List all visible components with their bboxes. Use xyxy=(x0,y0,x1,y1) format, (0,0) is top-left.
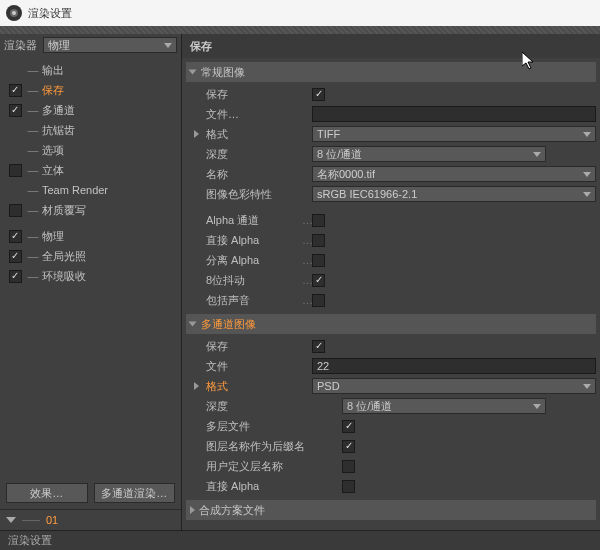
format2-dropdown[interactable]: PSD xyxy=(312,378,596,394)
field-file1: 文件… xyxy=(182,104,600,124)
depth2-dropdown[interactable]: 8 位/通道 xyxy=(342,398,546,414)
field-separate1: 分离 Alpha… xyxy=(182,250,600,270)
category-item[interactable]: —材质覆写 xyxy=(0,200,181,220)
triangle-right-icon[interactable] xyxy=(194,382,199,390)
chevron-down-icon xyxy=(164,43,172,48)
category-item[interactable]: —保存 xyxy=(0,80,181,100)
preset-name: 01 xyxy=(46,514,58,526)
category-label: 物理 xyxy=(42,229,64,244)
field-suffix2: 图层名称作为后缀名 xyxy=(182,436,600,456)
field-format2: 格式PSD xyxy=(182,376,600,396)
file2-input[interactable] xyxy=(312,358,596,374)
statusbar-text: 渲染设置 xyxy=(8,533,52,548)
field-depth2: 深度8 位/通道 xyxy=(182,396,600,416)
userlayer2-checkbox[interactable] xyxy=(342,460,355,473)
effects-button[interactable]: 效果… xyxy=(6,483,88,503)
field-icc1: 图像色彩特性sRGB IEC61966-2.1 xyxy=(182,184,600,204)
category-label: Team Render xyxy=(42,184,108,196)
field-dither1: 8位抖动… xyxy=(182,270,600,290)
triangle-right-icon xyxy=(190,506,195,514)
expand-icon xyxy=(6,517,16,523)
straight2-checkbox[interactable] xyxy=(342,480,355,493)
group-header-comp[interactable]: 合成方案文件 xyxy=(186,500,596,520)
category-checkbox[interactable] xyxy=(9,250,22,263)
chevron-down-icon xyxy=(533,152,541,157)
straight1-checkbox[interactable] xyxy=(312,234,325,247)
category-label: 多通道 xyxy=(42,103,75,118)
category-item[interactable]: —输出 xyxy=(0,60,181,80)
window-title: 渲染设置 xyxy=(28,6,72,21)
panel-title: 保存 xyxy=(182,34,600,58)
field-depth1: 深度8 位/通道 xyxy=(182,144,600,164)
category-checkbox[interactable] xyxy=(9,84,22,97)
alpha1-checkbox[interactable] xyxy=(312,214,325,227)
triangle-down-icon xyxy=(189,70,197,75)
app-icon xyxy=(6,5,22,21)
statusbar: 渲染设置 xyxy=(0,530,600,550)
depth1-dropdown[interactable]: 8 位/通道 xyxy=(312,146,546,162)
panel-body: 常规图像 保存 文件… 格式TIFF 深度8 位/通道 名称名称0000.tif… xyxy=(182,58,600,530)
triangle-down-icon xyxy=(189,322,197,327)
chevron-down-icon xyxy=(583,192,591,197)
icc1-dropdown[interactable]: sRGB IEC61966-2.1 xyxy=(312,186,596,202)
suffix2-checkbox[interactable] xyxy=(342,440,355,453)
right-panel: 保存 常规图像 保存 文件… 格式TIFF 深度8 位/通道 名称名称0000.… xyxy=(182,34,600,530)
group-header-multipass[interactable]: 多通道图像 xyxy=(186,314,596,334)
category-item[interactable]: —立体 xyxy=(0,160,181,180)
chevron-down-icon xyxy=(583,384,591,389)
category-label: 材质覆写 xyxy=(42,203,86,218)
category-checkbox[interactable] xyxy=(9,164,22,177)
category-item[interactable]: —环境吸收 xyxy=(0,266,181,286)
category-label: 环境吸收 xyxy=(42,269,86,284)
field-straight2: 直接 Alpha xyxy=(182,476,600,496)
name1-dropdown[interactable]: 名称0000.tif xyxy=(312,166,596,182)
save1-checkbox[interactable] xyxy=(312,88,325,101)
category-label: 立体 xyxy=(42,163,64,178)
multilayer2-checkbox[interactable] xyxy=(342,420,355,433)
renderer-value: 物理 xyxy=(48,38,70,53)
category-item[interactable]: —抗锯齿 xyxy=(0,120,181,140)
category-list: —输出—保存—多通道—抗锯齿—选项—立体—Team Render—材质覆写—物理… xyxy=(0,56,181,477)
field-alpha1: Alpha 通道… xyxy=(182,210,600,230)
category-checkbox[interactable] xyxy=(9,230,22,243)
save2-checkbox[interactable] xyxy=(312,340,325,353)
field-multilayer2: 多层文件 xyxy=(182,416,600,436)
renderer-row: 渲染器 物理 xyxy=(0,34,181,56)
field-format1: 格式TIFF xyxy=(182,124,600,144)
format1-dropdown[interactable]: TIFF xyxy=(312,126,596,142)
category-checkbox[interactable] xyxy=(9,270,22,283)
dither1-checkbox[interactable] xyxy=(312,274,325,287)
separate1-checkbox[interactable] xyxy=(312,254,325,267)
category-label: 输出 xyxy=(42,63,64,78)
category-item[interactable]: —全局光照 xyxy=(0,246,181,266)
category-item[interactable]: —选项 xyxy=(0,140,181,160)
category-checkbox[interactable] xyxy=(9,204,22,217)
triangle-right-icon[interactable] xyxy=(194,130,199,138)
category-label: 全局光照 xyxy=(42,249,86,264)
chevron-down-icon xyxy=(583,132,591,137)
category-label: 抗锯齿 xyxy=(42,123,75,138)
svg-point-1 xyxy=(12,11,16,15)
titlebar: 渲染设置 xyxy=(0,0,600,26)
field-userlayer2: 用户定义层名称 xyxy=(182,456,600,476)
renderer-dropdown[interactable]: 物理 xyxy=(43,37,177,53)
category-item[interactable]: —物理 xyxy=(0,226,181,246)
field-straight1: 直接 Alpha… xyxy=(182,230,600,250)
category-item[interactable]: —Team Render xyxy=(0,180,181,200)
grip-bar xyxy=(0,26,600,34)
file1-input[interactable] xyxy=(312,106,596,122)
renderer-label: 渲染器 xyxy=(4,38,37,53)
preset-line xyxy=(22,520,40,521)
chevron-down-icon xyxy=(533,404,541,409)
preset-row[interactable]: 01 xyxy=(0,509,181,530)
category-label: 保存 xyxy=(42,83,64,98)
category-item[interactable]: —多通道 xyxy=(0,100,181,120)
group-header-regular[interactable]: 常规图像 xyxy=(186,62,596,82)
field-name1: 名称名称0000.tif xyxy=(182,164,600,184)
multipass-button[interactable]: 多通道渲染… xyxy=(94,483,176,503)
category-checkbox[interactable] xyxy=(9,104,22,117)
left-panel: 渲染器 物理 —输出—保存—多通道—抗锯齿—选项—立体—Team Render—… xyxy=(0,34,182,530)
field-save2: 保存 xyxy=(182,336,600,356)
category-label: 选项 xyxy=(42,143,64,158)
sound1-checkbox[interactable] xyxy=(312,294,325,307)
